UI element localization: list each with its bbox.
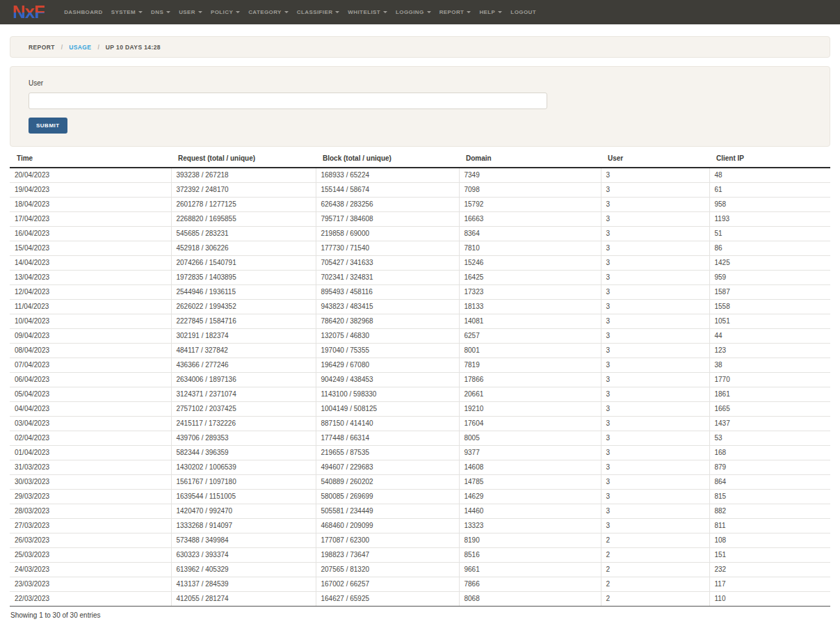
table-cell: 613962 / 405329 xyxy=(171,563,316,577)
table-cell: 14/04/2023 xyxy=(10,256,171,271)
app-logo[interactable]: NxF xyxy=(13,3,45,21)
table-cell: 3 xyxy=(601,387,709,402)
table-cell: 151 xyxy=(709,548,830,563)
table-cell: 3 xyxy=(601,344,709,358)
table-cell: 1143100 / 598330 xyxy=(316,387,459,402)
table-cell: 2074266 / 1540791 xyxy=(171,256,316,271)
nav-item-classifier[interactable]: CLASSIFIER xyxy=(297,9,340,15)
table-cell: 2544946 / 1936115 xyxy=(171,285,316,300)
table-cell: 7866 xyxy=(459,577,601,592)
table-cell: 3 xyxy=(601,183,709,198)
nav-item-category[interactable]: CATEGORY xyxy=(248,9,289,15)
table-cell: 494607 / 229683 xyxy=(316,460,459,475)
table-cell: 484117 / 327842 xyxy=(171,344,316,358)
table-cell: 197040 / 75355 xyxy=(316,344,459,358)
usage-table: TimeRequest (total / unique)Block (total… xyxy=(10,151,830,607)
nav-item-logout[interactable]: LOGOUT xyxy=(510,9,536,15)
table-cell: 28/03/2023 xyxy=(10,504,171,519)
nav-item-logging[interactable]: LOGGING xyxy=(396,9,431,15)
table-cell: 540889 / 260202 xyxy=(316,475,459,490)
table-cell: 2634006 / 1897136 xyxy=(171,373,316,387)
column-header: Domain xyxy=(459,151,601,168)
filter-panel: User SUBMIT xyxy=(10,66,830,147)
nav-item-policy[interactable]: POLICY xyxy=(211,9,240,15)
table-cell: 887150 / 414140 xyxy=(316,417,459,431)
table-row: 19/04/2023372392 / 248170155144 / 586747… xyxy=(10,183,830,198)
nav-item-user[interactable]: USER xyxy=(179,9,202,15)
nav-item-help[interactable]: HELP xyxy=(479,9,502,15)
table-cell: 29/03/2023 xyxy=(10,490,171,504)
table-cell: 11/04/2023 xyxy=(10,300,171,314)
table-info: Showing 1 to 30 of 30 entries xyxy=(10,611,840,619)
table-cell: 2 xyxy=(601,592,709,607)
breadcrumb-item-usage[interactable]: USAGE xyxy=(69,44,91,51)
table-cell: 9661 xyxy=(459,563,601,577)
table-cell: 20/04/2023 xyxy=(10,168,171,183)
nav-item-dns[interactable]: DNS xyxy=(151,9,170,15)
breadcrumb-item-up-10-days-14-28: UP 10 DAYS 14:28 xyxy=(106,44,161,51)
usage-table-container: TimeRequest (total / unique)Block (total… xyxy=(10,151,830,607)
table-cell: 3 xyxy=(601,329,709,344)
user-input[interactable] xyxy=(29,93,547,109)
chevron-down-icon xyxy=(138,11,143,13)
table-row: 25/03/2023630323 / 393374198823 / 736478… xyxy=(10,548,830,563)
table-body: 20/04/2023393238 / 267218168933 / 652247… xyxy=(10,168,830,607)
table-cell: 1861 xyxy=(709,387,830,402)
table-cell: 705427 / 341633 xyxy=(316,256,459,271)
chevron-down-icon xyxy=(383,11,387,13)
table-cell: 1437 xyxy=(709,417,830,431)
table-row: 31/03/20231430202 / 1006539494607 / 2296… xyxy=(10,460,830,475)
table-cell: 232 xyxy=(709,563,830,577)
table-cell: 31/03/2023 xyxy=(10,460,171,475)
table-cell: 155144 / 58674 xyxy=(316,183,459,198)
table-cell: 19/04/2023 xyxy=(10,183,171,198)
table-cell: 06/04/2023 xyxy=(10,373,171,387)
table-row: 23/03/2023413137 / 284539167002 / 662577… xyxy=(10,577,830,592)
table-cell: 3 xyxy=(601,271,709,285)
column-header: User xyxy=(601,151,709,168)
table-cell: 177730 / 71540 xyxy=(316,241,459,256)
table-row: 22/03/2023412055 / 281274164627 / 659258… xyxy=(10,592,830,607)
table-cell: 17866 xyxy=(459,373,601,387)
table-row: 04/04/20232757102 / 20374251004149 / 508… xyxy=(10,402,830,417)
table-cell: 815 xyxy=(709,490,830,504)
nav-item-system[interactable]: SYSTEM xyxy=(111,9,143,15)
table-cell: 1558 xyxy=(709,300,830,314)
table-cell: 882 xyxy=(709,504,830,519)
table-cell: 958 xyxy=(709,198,830,212)
table-cell: 117 xyxy=(709,577,830,592)
table-cell: 168933 / 65224 xyxy=(316,168,459,183)
table-row: 20/04/2023393238 / 267218168933 / 652247… xyxy=(10,168,830,183)
table-cell: 3 xyxy=(601,431,709,446)
table-cell: 30/03/2023 xyxy=(10,475,171,490)
table-row: 07/04/2023436366 / 277246196429 / 670807… xyxy=(10,358,830,373)
table-cell: 2227845 / 1584716 xyxy=(171,314,316,329)
table-row: 18/04/20232601278 / 1277125626438 / 2832… xyxy=(10,198,830,212)
table-cell: 51 xyxy=(709,227,830,241)
table-cell: 2 xyxy=(601,533,709,548)
table-cell: 108 xyxy=(709,533,830,548)
table-cell: 17323 xyxy=(459,285,601,300)
table-cell: 959 xyxy=(709,271,830,285)
table-header-row: TimeRequest (total / unique)Block (total… xyxy=(10,151,830,168)
table-row: 12/04/20232544946 / 1936115895493 / 4581… xyxy=(10,285,830,300)
nav-item-report[interactable]: REPORT xyxy=(439,9,471,15)
column-header: Time xyxy=(10,151,171,168)
table-cell: 168 xyxy=(709,446,830,460)
nav-item-dashboard[interactable]: DASHBOARD xyxy=(64,9,103,15)
table-cell: 25/03/2023 xyxy=(10,548,171,563)
table-cell: 17604 xyxy=(459,417,601,431)
table-cell: 8001 xyxy=(459,344,601,358)
submit-button[interactable]: SUBMIT xyxy=(29,118,67,134)
table-row: 27/03/20231333268 / 914097468460 / 20909… xyxy=(10,519,830,533)
nav-item-whitelist[interactable]: WHITELIST xyxy=(348,9,387,15)
table-cell: 1639544 / 1151005 xyxy=(171,490,316,504)
table-cell: 1004149 / 508125 xyxy=(316,402,459,417)
table-cell: 8364 xyxy=(459,227,601,241)
table-cell: 439706 / 289353 xyxy=(171,431,316,446)
table-cell: 864 xyxy=(709,475,830,490)
breadcrumb-panel: REPORT/USAGE/UP 10 DAYS 14:28 xyxy=(10,36,830,58)
table-cell: 3 xyxy=(601,475,709,490)
table-row: 17/04/20232268820 / 1695855795717 / 3846… xyxy=(10,212,830,227)
table-cell: 7819 xyxy=(459,358,601,373)
